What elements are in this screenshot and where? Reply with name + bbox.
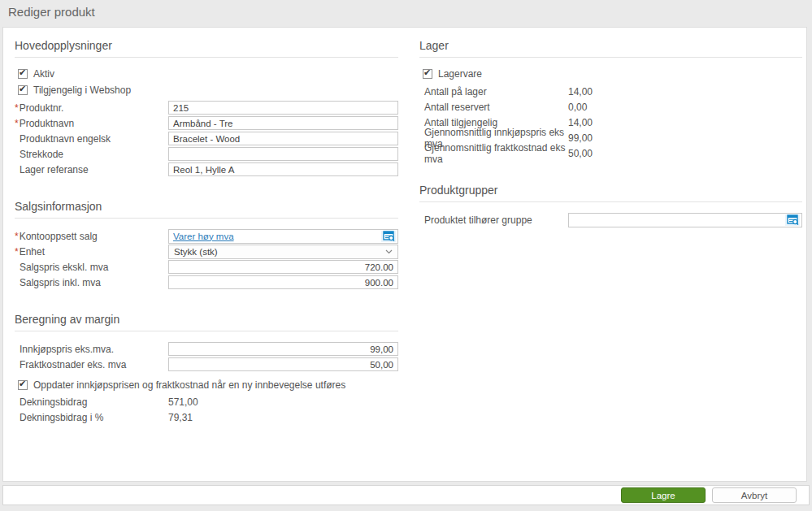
lagervare-checkbox[interactable] xyxy=(423,69,432,79)
strekkode-row: Strekkode xyxy=(15,146,398,162)
table-search-icon xyxy=(383,231,395,241)
fraktkostnader-input[interactable] xyxy=(168,357,398,371)
produktnr-input[interactable] xyxy=(168,101,398,115)
dekningsbidrag-row: Dekningsbidrag 571,00 xyxy=(15,394,398,409)
kontooppsett-link[interactable]: Varer høy mva xyxy=(173,232,381,241)
antall-pa-lager-row: Antall på lager 14,00 xyxy=(419,84,802,99)
innkjopspris-label: Innkjøpspris eks.mva. xyxy=(15,344,168,355)
table-search-icon xyxy=(787,214,799,225)
antall-tilgjengelig-value: 14,00 xyxy=(568,117,593,128)
chevron-down-icon xyxy=(385,249,393,254)
section-title-salgsinformasjon: Salgsinformasjon xyxy=(15,188,398,219)
oppdater-innkjopspris-checkbox-label: Oppdater innkjøpsprisen og fraktkostnad … xyxy=(33,379,345,391)
produktnr-row: Produktnr. xyxy=(15,100,398,115)
kontooppsett-label: Kontooppsett salg xyxy=(15,231,168,242)
section-title-beregning-av-margin: Beregning av margin xyxy=(15,301,398,331)
lagervare-checkbox-label: Lagervare xyxy=(438,68,482,80)
oppdater-innkjopspris-checkbox[interactable] xyxy=(18,380,28,390)
produktnavn-engelsk-label: Produktnavn engelsk xyxy=(15,133,168,145)
dekningsbidrag-value: 571,00 xyxy=(168,396,198,408)
dekningsbidrag-prosent-value: 79,31 xyxy=(168,412,193,423)
salgspris-ink-input[interactable] xyxy=(168,275,398,289)
strekkode-label: Strekkode xyxy=(15,149,168,160)
produktgruppe-field xyxy=(568,213,802,227)
lager-referanse-row: Lager referanse xyxy=(15,162,398,177)
produktnavn-engelsk-row: Produktnavn engelsk xyxy=(15,131,398,146)
enhet-select[interactable]: Stykk (stk) xyxy=(168,245,398,259)
section-title-hovedopplysninger: Hovedopplysninger xyxy=(15,28,398,58)
dekningsbidrag-label: Dekningsbidrag xyxy=(15,396,168,408)
innkjopspris-input[interactable] xyxy=(168,342,398,356)
produktgruppe-lookup-button[interactable] xyxy=(785,214,800,226)
produktnavn-engelsk-input[interactable] xyxy=(168,132,398,145)
salgspris-eks-label: Salgspris ekskl. mva xyxy=(15,262,168,273)
salgspris-ink-row: Salgspris inkl. mva xyxy=(15,275,398,290)
produktnavn-label: Produktnavn xyxy=(15,118,168,129)
dekningsbidrag-prosent-label: Dekningsbidrag i % xyxy=(15,412,168,423)
section-title-lager: Lager xyxy=(419,28,802,58)
salgspris-eks-row: Salgspris ekskl. mva xyxy=(15,259,398,275)
enhet-row: Enhet Stykk (stk) xyxy=(15,244,398,259)
strekkode-input[interactable] xyxy=(168,147,398,161)
section-title-produktgrupper: Produktgrupper xyxy=(419,172,802,202)
gjennomsnittlig-fraktkostnad-row: Gjennomsnittlig fraktkostnad eks mva 50,… xyxy=(419,145,802,161)
footer-bar: Lagre Avbryt xyxy=(2,485,810,505)
antall-pa-lager-label: Antall på lager xyxy=(419,86,568,97)
aktiv-checkbox[interactable] xyxy=(18,69,28,79)
lagervare-checkbox-row: Lagervare xyxy=(423,67,802,80)
aktiv-checkbox-row: Aktiv xyxy=(18,67,398,80)
webshop-checkbox[interactable] xyxy=(18,85,28,95)
fraktkostnader-row: Fraktkostnader eks. mva xyxy=(15,357,398,372)
antall-reservert-value: 0,00 xyxy=(568,102,587,113)
enhet-selected-value: Stykk (stk) xyxy=(174,247,385,257)
gjennomsnittlig-fraktkostnad-label: Gjennomsnittlig fraktkostnad eks mva xyxy=(419,142,568,165)
innkjopspris-row: Innkjøpspris eks.mva. xyxy=(15,341,398,357)
kontooppsett-lookup-button[interactable] xyxy=(381,231,396,242)
edit-product-panel: Hovedopplysninger Aktiv Tilgjengelig i W… xyxy=(2,27,807,482)
kontooppsett-field: Varer høy mva xyxy=(168,229,398,244)
left-column: Hovedopplysninger Aktiv Tilgjengelig i W… xyxy=(15,28,398,425)
cancel-button[interactable]: Avbryt xyxy=(712,487,797,503)
produktnavn-row: Produktnavn xyxy=(15,115,398,131)
produktgruppe-input[interactable] xyxy=(573,214,785,226)
aktiv-checkbox-label: Aktiv xyxy=(33,68,54,80)
lager-referanse-input[interactable] xyxy=(168,162,398,176)
produktnr-label: Produktnr. xyxy=(15,102,168,114)
dekningsbidrag-prosent-row: Dekningsbidrag i % 79,31 xyxy=(15,409,398,425)
produktgruppe-row: Produktet tilhører gruppe xyxy=(419,212,802,227)
webshop-checkbox-label: Tilgjengelig i Webshop xyxy=(33,84,131,96)
antall-reservert-label: Antall reservert xyxy=(419,102,568,113)
gjennomsnittlig-innkjopspris-value: 99,00 xyxy=(568,132,593,144)
page-header: Rediger produkt xyxy=(0,0,812,27)
save-button[interactable]: Lagre xyxy=(621,487,706,503)
oppdater-innkjopspris-checkbox-row: Oppdater innkjøpsprisen og fraktkostnad … xyxy=(18,379,398,391)
salgspris-eks-input[interactable] xyxy=(168,260,398,274)
produktgruppe-label: Produktet tilhører gruppe xyxy=(419,214,568,226)
webshop-checkbox-row: Tilgjengelig i Webshop xyxy=(18,84,398,96)
fraktkostnader-label: Fraktkostnader eks. mva xyxy=(15,359,168,370)
kontooppsett-row: Kontooppsett salg Varer høy mva xyxy=(15,228,398,244)
produktnavn-input[interactable] xyxy=(168,116,398,130)
salgspris-ink-label: Salgspris inkl. mva xyxy=(15,277,168,288)
right-column: Lager Lagervare Antall på lager 14,00 An… xyxy=(419,28,802,227)
antall-reservert-row: Antall reservert 0,00 xyxy=(419,99,802,115)
enhet-label: Enhet xyxy=(15,246,168,258)
gjennomsnittlig-fraktkostnad-value: 50,00 xyxy=(568,148,593,159)
lager-referanse-label: Lager referanse xyxy=(15,164,168,175)
page-title: Rediger produkt xyxy=(8,5,95,19)
antall-pa-lager-value: 14,00 xyxy=(568,86,593,97)
